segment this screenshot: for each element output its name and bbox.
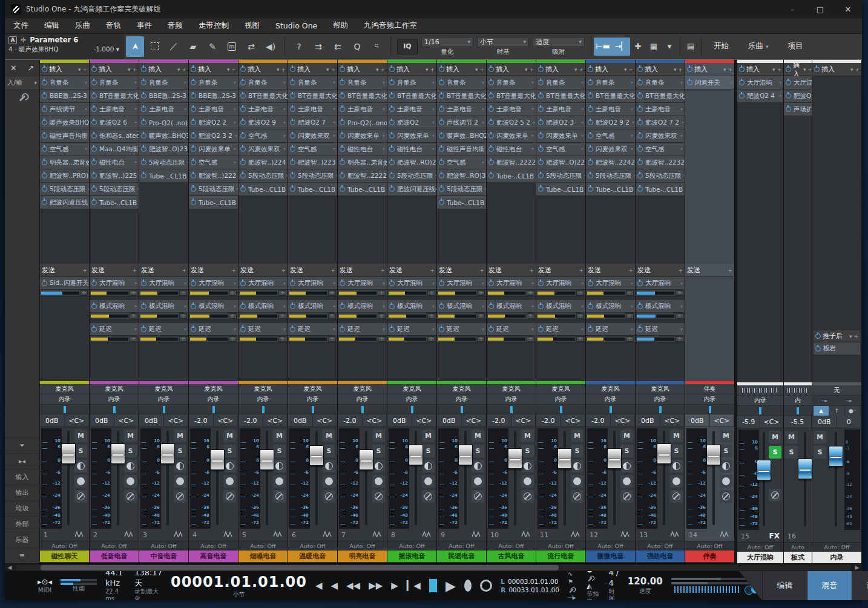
power-icon[interactable]	[42, 106, 47, 112]
insert-dropdown-icon[interactable]: ▾	[432, 133, 435, 139]
record-button[interactable]	[464, 580, 472, 592]
power-icon[interactable]	[786, 80, 791, 85]
send-slot[interactable]: 延迟▾	[338, 323, 387, 336]
channel-name[interactable]: 中音电音	[139, 551, 188, 562]
insert-dropdown-icon[interactable]: ▾	[134, 106, 137, 112]
send-slot[interactable]: 板式混响▾	[338, 300, 387, 313]
insert-dropdown-icon[interactable]: ▾	[134, 80, 137, 85]
pan-value[interactable]: <C>	[114, 414, 139, 427]
insert-dropdown-icon[interactable]: ▾	[432, 146, 435, 152]
pan-mode-button[interactable]	[273, 460, 286, 472]
send-fader-icon[interactable]: ⊹	[527, 290, 534, 296]
send-level-track[interactable]	[438, 315, 476, 318]
insert-slot[interactable]: 肥波Q2 6▾	[90, 116, 139, 129]
power-icon[interactable]	[538, 120, 544, 125]
send-level[interactable]: ⊹	[586, 313, 635, 319]
rail-external-button[interactable]: 外部	[5, 516, 39, 532]
inserts-header[interactable]: 插入▾+	[636, 63, 685, 76]
volume-value[interactable]: -2.0	[189, 414, 214, 427]
send-level-track[interactable]	[538, 292, 575, 295]
insert-slot[interactable]: 肥波智..RO)2▾	[387, 156, 436, 169]
insert-dropdown-icon[interactable]: ▾	[432, 120, 435, 125]
power-icon[interactable]	[637, 327, 643, 332]
power-icon[interactable]	[389, 106, 395, 112]
power-icon[interactable]	[290, 146, 295, 152]
send-fader-icon[interactable]: ⊹	[427, 313, 435, 319]
send-slot[interactable]: 延迟▾	[636, 323, 685, 336]
pan-mode-button[interactable]	[372, 460, 385, 472]
sends-add-icon[interactable]: +	[82, 267, 87, 273]
channel-strip-7[interactable]: 插入▾+音量条▾BT音量最大化▾土豪电音▾Pro-Q2(..ono)▾闪麦效果单…	[338, 60, 387, 563]
inserts-header[interactable]: 插入▾+	[387, 63, 436, 76]
video-icon[interactable]: ▤	[683, 38, 699, 56]
power-icon[interactable]	[488, 120, 494, 125]
power-icon[interactable]	[488, 281, 494, 286]
sends-header[interactable]: 发送+	[288, 264, 337, 277]
pan-mode-button[interactable]	[670, 460, 683, 472]
insert-slot[interactable]: 5段动态压限▾	[238, 169, 288, 183]
insert-dropdown-icon[interactable]: ▾	[482, 80, 484, 85]
mute-button[interactable]: M	[814, 431, 826, 443]
record-arm-button[interactable]	[124, 475, 137, 488]
inserts-add-icon[interactable]: +	[479, 67, 484, 73]
send-level-track[interactable]	[41, 292, 79, 295]
inserts-header[interactable]: 插入▾+	[189, 63, 238, 76]
pan-strip[interactable]	[636, 405, 685, 414]
time-format-arrow-icon[interactable]: ◀	[315, 580, 323, 591]
insert-slot[interactable]: 空气感▾	[586, 129, 635, 143]
channel-input[interactable]: 麦克风	[586, 384, 635, 394]
automation-mode[interactable]: Auto: Off	[238, 541, 288, 551]
inserts-header[interactable]: 插入▾+	[586, 63, 635, 76]
power-icon[interactable]	[340, 281, 345, 286]
insert-dropdown-icon[interactable]: ▾	[283, 106, 286, 112]
fader-slot[interactable]	[361, 428, 371, 529]
insert-slot[interactable]: 音量条▾	[288, 76, 337, 90]
power-icon[interactable]	[290, 67, 295, 72]
monitor-button[interactable]	[323, 490, 335, 503]
send-fader-icon[interactable]: ⊹	[477, 336, 485, 342]
insert-slot[interactable]: BT音量最大化▾	[586, 90, 635, 103]
insert-dropdown-icon[interactable]: ▾	[581, 106, 584, 112]
insert-slot[interactable]: 土豪电音▾	[338, 103, 387, 116]
send-dropdown-icon[interactable]: ▾	[581, 281, 584, 286]
power-icon[interactable]	[588, 146, 593, 152]
insert-slot[interactable]: 肥波智..)223▾	[288, 156, 337, 169]
power-icon[interactable]	[42, 160, 47, 165]
volume-value[interactable]: -2.0	[338, 414, 363, 427]
send-dropdown-icon[interactable]: ▾	[283, 327, 286, 332]
insert-slot[interactable]: 肥波智..2222▾	[487, 156, 536, 169]
sends-header[interactable]: 发送+	[437, 264, 486, 277]
automation-mode[interactable]: Auto: Off	[487, 541, 536, 551]
insert-slot[interactable]: 肥波智..)222▾	[189, 169, 238, 183]
insert-slot[interactable]: 肥波Q2 7▾	[288, 116, 337, 129]
send-level[interactable]: ⊹	[437, 313, 486, 319]
fader-slot[interactable]	[659, 428, 669, 529]
volume-value[interactable]: -5.9	[737, 416, 760, 428]
send-level[interactable]: ⊹	[387, 313, 436, 319]
insert-dropdown-icon[interactable]: ▾	[184, 106, 186, 112]
insert-slot[interactable]: 肥波Q2 7 2▾	[636, 116, 685, 129]
record-arm-button[interactable]	[372, 475, 385, 488]
send-slot[interactable]: 大厅混响▾	[387, 277, 436, 290]
power-icon[interactable]	[389, 146, 395, 152]
inserts-header[interactable]: 插入▾+	[536, 63, 585, 76]
inserts-dropdown-icon[interactable]: ▾	[426, 67, 429, 73]
power-icon[interactable]	[588, 304, 593, 309]
power-icon[interactable]	[637, 93, 643, 99]
send-dropdown-icon[interactable]: ▾	[234, 281, 236, 286]
send-level-track[interactable]	[240, 292, 277, 295]
send-level-track[interactable]	[587, 292, 625, 295]
power-icon[interactable]	[240, 133, 246, 139]
volume-value[interactable]: 0dB	[812, 416, 837, 428]
send-dropdown-icon[interactable]: ▾	[581, 304, 584, 309]
insert-dropdown-icon[interactable]: ▾	[237, 186, 238, 192]
power-icon[interactable]	[340, 173, 345, 178]
inserts-dropdown-icon[interactable]: ▾	[803, 67, 806, 73]
power-icon[interactable]	[588, 327, 593, 332]
power-icon[interactable]	[637, 80, 643, 85]
send-level-track[interactable]	[389, 315, 426, 318]
send-level[interactable]: ⊹	[536, 313, 585, 319]
power-icon[interactable]	[538, 173, 544, 178]
power-icon[interactable]	[637, 67, 643, 72]
power-icon[interactable]	[42, 173, 47, 178]
